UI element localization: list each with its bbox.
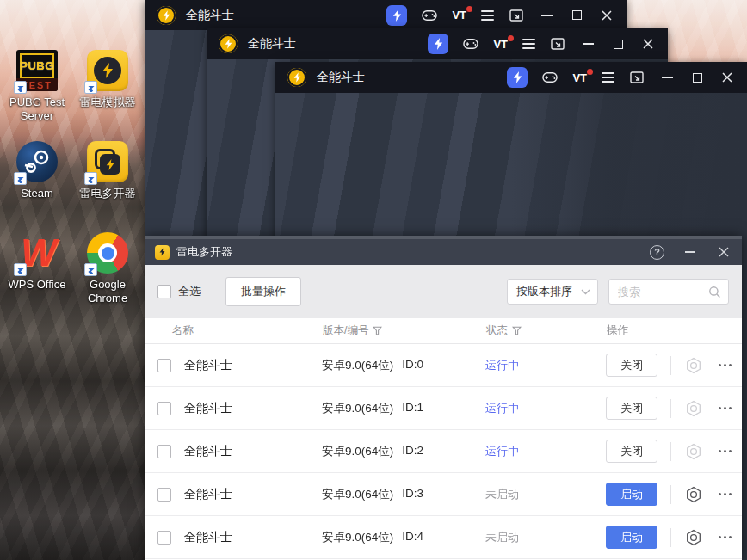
minimize-icon[interactable]	[659, 70, 675, 85]
menu-icon[interactable]	[522, 39, 535, 49]
desktop-icon-ld-multiplayer[interactable]: 雷电多开器	[73, 141, 142, 232]
desktop-icon-label: PUBG Test Server	[3, 95, 71, 124]
small-window-icon[interactable]	[629, 70, 645, 85]
boost-icon[interactable]	[428, 34, 448, 54]
window-title: 全能斗士	[186, 8, 234, 23]
batch-operations-button[interactable]: 批量操作	[225, 277, 301, 306]
shortcut-arrow-icon	[84, 263, 97, 276]
close-icon[interactable]	[640, 36, 656, 52]
desktop-icon-label: WPS Office	[3, 278, 71, 292]
menu-icon[interactable]	[481, 10, 494, 21]
close-instance-button[interactable]: 关闭	[606, 354, 657, 377]
more-options-icon[interactable]	[719, 493, 732, 495]
row-divider	[670, 528, 671, 547]
vt-icon[interactable]: VT	[452, 9, 466, 22]
desktop-icon-pubg-test-server[interactable]: PUBG TEST PUBG Test Server	[3, 50, 71, 141]
ldplayer-logo-icon	[287, 68, 306, 87]
desktop-icon-steam[interactable]: Steam	[3, 141, 71, 232]
row-checkbox[interactable]	[157, 531, 171, 545]
multi-instance-manager-window: 雷电多开器 ? 全选 批量操作 按版本排序 名称 版本/编号 状态	[145, 236, 742, 560]
filter-icon[interactable]	[512, 326, 522, 335]
manager-titlebar[interactable]: 雷电多开器 ?	[145, 239, 742, 265]
start-instance-button[interactable]: 启动	[606, 526, 657, 549]
boost-icon[interactable]	[386, 5, 407, 26]
close-instance-button[interactable]: 关闭	[606, 440, 657, 463]
shortcut-arrow-icon	[14, 263, 27, 276]
settings-gear-icon[interactable]	[685, 400, 702, 417]
notification-dot	[466, 6, 472, 12]
instance-name: 全能斗士	[184, 487, 322, 502]
instance-name: 全能斗士	[184, 401, 322, 416]
search-box[interactable]	[608, 279, 729, 305]
more-options-icon[interactable]	[719, 536, 732, 538]
instance-status: 未启动	[485, 487, 606, 502]
gamepad-icon[interactable]	[542, 70, 558, 85]
emulator-titlebar[interactable]: 全能斗士 VT	[145, 0, 627, 30]
close-icon[interactable]	[716, 244, 732, 260]
maximize-icon[interactable]	[610, 36, 626, 52]
row-checkbox[interactable]	[157, 445, 171, 458]
instance-status: 运行中	[485, 401, 606, 416]
shortcut-arrow-icon	[14, 172, 27, 185]
small-window-icon[interactable]	[509, 8, 524, 23]
close-icon[interactable]	[719, 70, 735, 85]
instance-status: 运行中	[485, 444, 606, 459]
vt-icon[interactable]: VT	[493, 38, 508, 51]
desktop-icon-label: 雷电多开器	[73, 187, 142, 200]
more-options-icon[interactable]	[719, 407, 732, 409]
settings-gear-icon[interactable]	[685, 529, 702, 546]
more-options-icon[interactable]	[719, 364, 732, 366]
row-checkbox[interactable]	[157, 402, 171, 415]
column-header-status: 状态	[486, 323, 607, 338]
close-icon[interactable]	[599, 8, 614, 23]
close-instance-button[interactable]: 关闭	[606, 397, 657, 420]
table-row: 全能斗士 安卓9.0(64位)ID:3 未启动 启动	[145, 473, 742, 516]
gamepad-icon[interactable]	[463, 36, 478, 52]
sort-dropdown[interactable]: 按版本排序	[507, 279, 598, 305]
start-instance-button[interactable]: 启动	[606, 483, 657, 506]
gamepad-icon[interactable]	[422, 8, 437, 23]
row-divider	[670, 356, 671, 375]
help-icon[interactable]: ?	[650, 245, 664, 260]
notification-dot	[508, 35, 514, 41]
shortcut-arrow-icon	[84, 81, 97, 94]
menu-icon[interactable]	[602, 72, 614, 83]
desktop-icon-grid: PUBG TEST PUBG Test Server 雷电模拟器	[2, 50, 143, 323]
search-icon	[708, 286, 721, 298]
more-options-icon[interactable]	[719, 450, 732, 452]
emulator-titlebar[interactable]: 全能斗士 VT	[275, 62, 747, 93]
instance-status: 运行中	[485, 358, 606, 373]
column-header-version: 版本/编号	[323, 323, 486, 338]
desktop-icon-label: 雷电模拟器	[73, 95, 142, 109]
emulator-titlebar[interactable]: 全能斗士 VT	[207, 28, 668, 59]
small-window-icon[interactable]	[550, 36, 565, 52]
desktop-icon-ldplayer[interactable]: 雷电模拟器	[73, 50, 142, 141]
minimize-icon[interactable]	[580, 36, 596, 52]
select-all-checkbox[interactable]	[157, 285, 171, 298]
column-header-name: 名称	[172, 323, 323, 338]
settings-gear-icon[interactable]	[685, 486, 702, 503]
ld-multiplayer-app-icon	[155, 245, 170, 260]
toolbar-divider	[213, 283, 213, 300]
minimize-icon[interactable]	[682, 244, 698, 260]
maximize-icon[interactable]	[689, 70, 705, 85]
desktop-icon-wps-office[interactable]: W WPS Office	[3, 232, 71, 323]
search-input[interactable]	[618, 286, 708, 298]
ldplayer-logo-icon	[157, 6, 176, 25]
row-checkbox[interactable]	[157, 488, 171, 502]
instance-version: 安卓9.0(64位)ID:4	[322, 530, 485, 545]
maximize-icon[interactable]	[569, 8, 584, 23]
column-header-action: 操作	[607, 323, 710, 338]
instance-name: 全能斗士	[184, 530, 322, 545]
settings-gear-icon[interactable]	[685, 443, 702, 460]
filter-icon[interactable]	[373, 326, 382, 335]
table-row: 全能斗士 安卓9.0(64位)ID:1 运行中 关闭	[145, 387, 742, 430]
select-all-label: 全选	[178, 284, 201, 299]
minimize-icon[interactable]	[539, 8, 554, 23]
row-checkbox[interactable]	[157, 359, 171, 372]
shortcut-arrow-icon	[84, 172, 97, 185]
desktop-icon-google-chrome[interactable]: Google Chrome	[73, 232, 142, 323]
vt-icon[interactable]: VT	[572, 71, 587, 84]
boost-icon[interactable]	[507, 67, 528, 88]
settings-gear-icon[interactable]	[685, 357, 702, 374]
